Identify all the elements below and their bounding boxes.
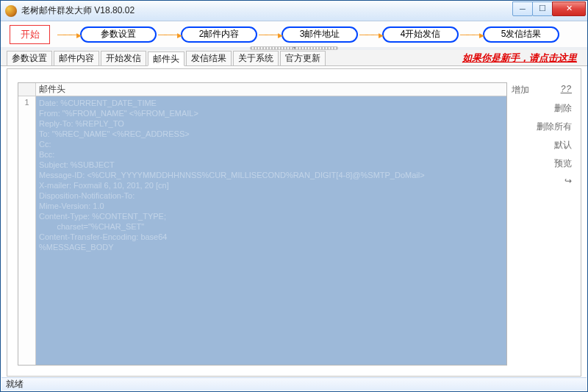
tab-strip: 参数设置 邮件内容 开始发信 邮件头 发信结果 关于系统 官方更新 如果你是新手… [1, 50, 587, 66]
app-icon [5, 5, 17, 17]
gutter-header [18, 83, 36, 96]
mail-header-editor[interactable]: Date: %CURRENT_DATE_TIMEFrom: "%FROM_NAM… [36, 96, 506, 365]
arrow-icon: ——— [359, 29, 381, 40]
minimize-button[interactable]: ─ [512, 1, 533, 16]
arrow-icon: ——— [57, 29, 79, 40]
arrow-icon: ——— [460, 29, 481, 40]
start-button[interactable]: 开始 [10, 25, 50, 44]
window-title: 老树邮件群发大师 V18.80.02 [21, 4, 513, 17]
step-address[interactable]: 3邮件地址 [282, 26, 358, 43]
step-params[interactable]: 参数设置 [80, 26, 157, 43]
editor-header: 邮件头 [18, 83, 506, 96]
tab-send[interactable]: 开始发信 [101, 51, 146, 65]
tab-update[interactable]: 官方更新 [280, 51, 326, 65]
add-button[interactable]: 增加 [512, 84, 529, 96]
editor-row: 1 Date: %CURRENT_DATE_TIMEFrom: "%FROM_N… [18, 96, 506, 365]
delete-all-button[interactable]: 删除所有 [537, 121, 572, 133]
title-bar: 老树邮件群发大师 V18.80.02 ─ ☐ ✕ [1, 1, 587, 21]
step-content[interactable]: 2邮件内容 [181, 26, 257, 43]
step-result[interactable]: 5发信结果 [483, 26, 559, 43]
tab-header[interactable]: 邮件头 [148, 51, 184, 66]
help-icon[interactable]: ?? [561, 84, 572, 96]
step-send[interactable]: 4开始发信 [382, 26, 459, 43]
defaults-button[interactable]: 默认 [554, 139, 572, 152]
export-icon[interactable]: ↪ [564, 176, 572, 186]
maximize-button[interactable]: ☐ [532, 1, 553, 16]
tab-result[interactable]: 发信结果 [186, 51, 232, 65]
delete-button[interactable]: 删除 [554, 102, 572, 115]
editor-column-title: 邮件头 [36, 83, 506, 96]
step-bar: 开始 ——— 参数设置 ——— 2邮件内容 ——— 3邮件地址 ——— 4开始发… [1, 21, 587, 47]
arrow-icon: ——— [158, 29, 179, 40]
arrow-icon: ——— [259, 29, 280, 40]
tab-about[interactable]: 关于系统 [233, 51, 279, 65]
status-bar: 就绪 [1, 377, 587, 391]
editor-pane: 邮件头 1 Date: %CURRENT_DATE_TIMEFrom: "%FR… [18, 82, 507, 366]
line-gutter: 1 [18, 96, 36, 365]
content-area: 增加 ?? 删除 删除所有 默认 预览 ↪ 邮件头 1 Date: %CURRE… [7, 68, 581, 377]
tab-content[interactable]: 邮件内容 [54, 51, 99, 65]
window-buttons: ─ ☐ ✕ [513, 1, 586, 16]
preview-button[interactable]: 预览 [554, 157, 572, 170]
app-window: 老树邮件群发大师 V18.80.02 ─ ☐ ✕ 开始 ——— 参数设置 ———… [0, 0, 588, 392]
close-button[interactable]: ✕ [552, 1, 586, 16]
tab-params[interactable]: 参数设置 [7, 51, 52, 65]
newbie-help-link[interactable]: 如果你是新手，请点击这里 [462, 51, 577, 65]
side-buttons: 增加 ?? 删除 删除所有 默认 预览 ↪ [512, 84, 572, 186]
